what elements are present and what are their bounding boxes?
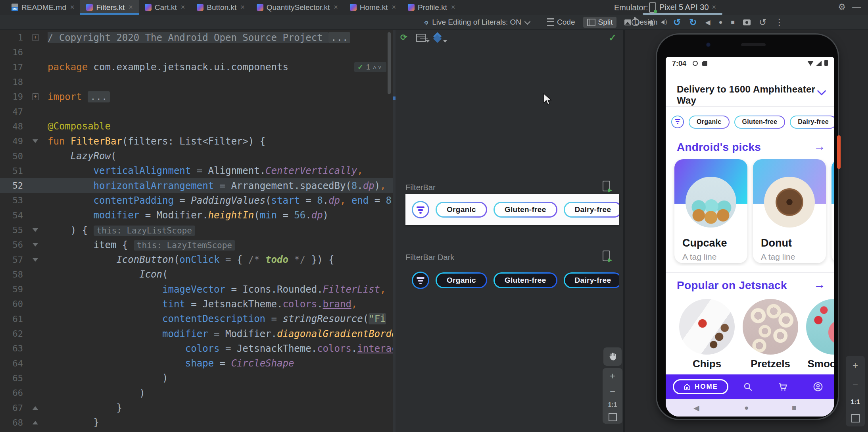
refresh-preview-icon[interactable]: ⟳ <box>400 33 407 42</box>
code-text[interactable]: LazyRow( <box>48 150 393 162</box>
code-line[interactable]: 66 ) <box>0 386 393 400</box>
fold-down-icon[interactable] <box>33 258 38 262</box>
code-line[interactable]: 16 <box>0 45 393 60</box>
code-mode-button[interactable]: Code <box>543 17 579 28</box>
close-icon[interactable]: × <box>181 3 185 12</box>
filter-chip-organic[interactable]: Organic <box>689 116 730 129</box>
close-icon[interactable]: × <box>392 3 396 12</box>
fold-up-icon[interactable] <box>33 421 38 424</box>
code-line[interactable]: 49fun FilterBar(filters: List<Filter>) { <box>0 134 393 148</box>
see-more-arrow-icon[interactable]: → <box>814 139 826 153</box>
filter-chip-dairy-free[interactable]: Dairy-free <box>564 202 619 218</box>
code-text[interactable]: contentDescription = stringResource("Fi <box>48 313 393 324</box>
code-text[interactable]: } <box>48 402 393 413</box>
live-edit-label[interactable]: Live Editing of Literals: ON <box>432 18 521 27</box>
code-line[interactable]: 55 ) { this: LazyListScope <box>0 223 393 237</box>
code-line[interactable]: 67 } <box>0 400 393 415</box>
code-text[interactable]: horizontalArrangement = Arrangement.spac… <box>48 180 393 191</box>
zoom-out-button[interactable]: − <box>853 379 858 390</box>
android-back-icon[interactable]: ◀ <box>693 403 699 413</box>
tab-home-kt[interactable]: Home.kt× <box>344 0 402 15</box>
code-line[interactable]: 61 contentDescription = stringResource("… <box>0 312 393 326</box>
screenshot-icon[interactable] <box>743 19 751 25</box>
filter-chip-dairy-free[interactable]: Dairy-free <box>790 116 834 129</box>
code-text[interactable]: colors = JetsnackTheme.colors.interactiv… <box>48 343 393 354</box>
code-line[interactable]: 17package com.example.jetsnack.ui.compon… <box>0 60 393 75</box>
close-icon[interactable]: × <box>451 3 455 12</box>
fold-up-icon[interactable] <box>33 406 38 410</box>
tab-filters-kt[interactable]: Filters.kt× <box>80 0 138 15</box>
overview-icon[interactable]: ■ <box>731 19 735 26</box>
code-line[interactable]: 51 verticalAlignment = Alignment.CenterV… <box>0 164 393 178</box>
code-text[interactable]: ) <box>48 372 393 384</box>
home-icon[interactable]: ● <box>719 19 723 26</box>
editor-scrollbar[interactable] <box>388 32 391 94</box>
code-text[interactable]: item { this: LazyItemScope <box>48 239 393 251</box>
inspection-prev-next-icons[interactable]: ˄˅ <box>373 64 383 71</box>
more-options-icon[interactable]: ⋮ <box>775 17 784 27</box>
fold-marker[interactable] <box>23 228 48 232</box>
code-text[interactable]: ) { this: LazyListScope <box>48 225 393 236</box>
rotate-right-icon[interactable]: ↻ <box>689 17 697 28</box>
code-line[interactable]: 60 tint = JetsnackTheme.colors.brand, <box>0 297 393 311</box>
popular-item-pretzels[interactable]: Pretzels <box>743 299 798 370</box>
filter-list-icon[interactable] <box>671 116 684 128</box>
code-text[interactable]: } <box>48 417 393 428</box>
code-text[interactable]: contentPadding = PaddingValues(start = 8… <box>48 195 393 206</box>
pan-tool-button[interactable] <box>603 347 622 366</box>
tab-readme-md[interactable]: README.md× <box>6 0 80 15</box>
close-icon[interactable]: × <box>712 3 716 12</box>
code-line[interactable]: 50 LazyRow( <box>0 148 393 163</box>
profile-icon[interactable] <box>813 382 823 392</box>
code-line[interactable]: 62 modifier = Modifier.diagonalGradientB… <box>0 326 393 341</box>
filter-chip-organic[interactable]: Organic <box>436 272 487 288</box>
minimize-icon[interactable]: — <box>852 2 861 12</box>
tab-cart-kt[interactable]: Cart.kt× <box>139 0 191 15</box>
code-text[interactable]: Icon( <box>48 269 393 280</box>
code-text[interactable]: tint = JetsnackTheme.colors.brand, <box>48 299 393 310</box>
fold-down-icon[interactable] <box>33 243 38 247</box>
snapshot-reset-icon[interactable]: ↺ <box>759 17 766 28</box>
tab-button-kt[interactable]: Button.kt× <box>191 0 251 15</box>
android-overview-icon[interactable]: ■ <box>792 403 796 412</box>
close-icon[interactable]: × <box>70 3 75 12</box>
code-line[interactable]: 48@Composable <box>0 119 393 134</box>
gear-icon[interactable]: ⚙ <box>838 2 846 12</box>
filter-list-icon[interactable] <box>412 201 429 218</box>
filter-list-icon[interactable] <box>412 272 429 289</box>
fold-marker[interactable] <box>23 421 48 424</box>
android-home-icon[interactable]: ● <box>744 403 749 412</box>
run-preview-on-device-icon[interactable] <box>603 181 610 191</box>
code-text[interactable]: @Composable <box>48 121 393 132</box>
zoom-in-button[interactable]: + <box>853 360 858 371</box>
fold-marker[interactable] <box>23 406 48 410</box>
snack-card-cupcake[interactable]: CupcakeA tag line <box>674 159 747 263</box>
fold-down-icon[interactable] <box>33 228 38 232</box>
run-preview-on-device-icon[interactable] <box>603 251 610 261</box>
popular-item-chips[interactable]: Chips <box>679 299 735 370</box>
delivery-address[interactable]: Delivery to 1600 Amphitheater Way <box>677 84 834 106</box>
code-line[interactable]: 63 colors = JetsnackTheme.colors.interac… <box>0 341 393 356</box>
fold-marker[interactable] <box>23 243 48 247</box>
chevron-down-icon[interactable] <box>524 18 531 25</box>
code-line[interactable]: 52 horizontalArrangement = Arrangement.s… <box>0 178 393 193</box>
code-line[interactable]: 68 } <box>0 415 393 430</box>
nav-home-button[interactable]: HOME <box>673 379 728 394</box>
zoom-in-button[interactable]: + <box>610 370 615 382</box>
power-button[interactable] <box>837 135 841 169</box>
fold-plus-icon[interactable]: + <box>32 34 39 41</box>
code-text[interactable]: modifier = Modifier.heightIn(min = 56.dp… <box>48 210 393 221</box>
back-icon[interactable]: ◀ <box>705 18 711 27</box>
filter-chip-gluten-free[interactable]: Gluten-free <box>734 116 785 129</box>
code-lines[interactable]: 1+/ Copyright 2020 The Android Open Sour… <box>0 30 393 430</box>
tab-profile-kt[interactable]: Profile.kt× <box>402 0 461 15</box>
zoom-actual-size-button[interactable]: 1:1 <box>851 399 860 406</box>
code-text[interactable]: package com.example.jetsnack.ui.componen… <box>48 62 393 73</box>
close-icon[interactable]: × <box>334 3 338 12</box>
filter-chip-dairy-free[interactable]: Dairy-free <box>564 272 619 288</box>
code-line[interactable]: 65 ) <box>0 371 393 386</box>
code-line[interactable]: 59 imageVector = Icons.Rounded.FilterLis… <box>0 282 393 297</box>
volume-down-icon[interactable] <box>661 20 664 24</box>
code-line[interactable]: 53 contentPadding = PaddingValues(start … <box>0 193 393 208</box>
fold-marker[interactable] <box>23 139 48 143</box>
